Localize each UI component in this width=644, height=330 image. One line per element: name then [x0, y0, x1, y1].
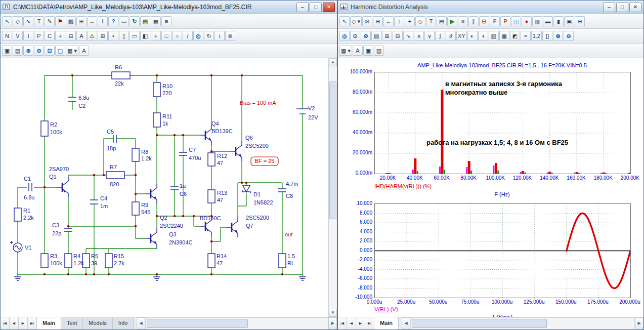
- derivative-button[interactable]: ∂: [446, 31, 456, 41]
- print-preview-button[interactable]: ▤: [371, 31, 381, 41]
- chart-frame-button[interactable]: ◧: [140, 31, 150, 41]
- toolbar-options-button[interactable]: ≡: [161, 16, 171, 26]
- numeric-output-button[interactable]: ▥: [532, 16, 542, 26]
- breakpoint-button[interactable]: ●: [522, 16, 532, 26]
- zoom-auto-button[interactable]: ◎: [339, 31, 350, 41]
- watch-window-button[interactable]: ◫: [511, 16, 521, 26]
- tile-vertical-button[interactable]: ▮: [553, 16, 564, 26]
- stop-analysis-button[interactable]: ■: [458, 16, 468, 26]
- vertical-scrollbar[interactable]: ▲ ▼: [328, 58, 337, 317]
- properties-button[interactable]: ▤: [437, 16, 447, 26]
- tab-models[interactable]: Models: [83, 317, 112, 329]
- histogram-button[interactable]: ▥: [489, 31, 499, 41]
- titlebar[interactable]: C:\MC11\DATA\Petrov\AMP_Like_Melodiya-10…: [1, 1, 337, 14]
- capacitor-C5[interactable]: [113, 135, 116, 143]
- horizontal-scroll-track[interactable]: [410, 317, 635, 329]
- accumulate-plots-button[interactable]: ≈: [521, 31, 531, 41]
- grid-spacing-dropdown-button[interactable]: ▦ ▾: [339, 46, 352, 56]
- pan-mode-button[interactable]: ↕: [394, 16, 404, 26]
- tile-horizontal-button[interactable]: ▬: [543, 16, 553, 26]
- integral-button[interactable]: ∫: [435, 31, 445, 41]
- numeric-format-button[interactable]: 1.2: [531, 31, 542, 41]
- camera-capture-button[interactable]: ▢: [55, 46, 65, 56]
- cursor-brackets-button[interactable]: []: [542, 31, 552, 41]
- polar-plot-button[interactable]: ◐: [467, 31, 478, 41]
- resistor-R2[interactable]: [41, 121, 48, 136]
- point-to-end-paths-button[interactable]: ▭: [119, 16, 129, 26]
- first-page-button[interactable]: |◀: [338, 317, 347, 329]
- info-circle-button[interactable]: i: [214, 31, 225, 41]
- capacitor-C6[interactable]: [170, 187, 179, 190]
- refresh-models-button[interactable]: ↻: [130, 16, 140, 26]
- transistor-Q3[interactable]: [146, 228, 157, 249]
- node-numbers-button[interactable]: N: [2, 31, 12, 41]
- wire-mode-button[interactable]: ∿: [23, 16, 33, 26]
- graphics-dropdown-button[interactable]: ◇ ▾: [350, 16, 362, 26]
- lower-envelope-button[interactable]: ∨: [424, 31, 435, 41]
- ground-symbol[interactable]: [153, 277, 160, 280]
- smith-chart-button[interactable]: ◑: [478, 31, 488, 41]
- capacitor-C4[interactable]: [90, 200, 98, 204]
- zoom-restore-button[interactable]: ⊘: [361, 31, 371, 41]
- analysis-plot-area[interactable]: AMP_Like-Melodiya-103mod_BF25.CIR RL=1.5…: [338, 58, 643, 317]
- select-mode-button[interactable]: ↖: [339, 16, 350, 26]
- resistor-RL[interactable]: [279, 254, 286, 268]
- xy-plot-button[interactable]: XY: [456, 31, 467, 41]
- help-mode-button[interactable]: ?: [108, 16, 118, 26]
- last-page-button[interactable]: ▶|: [365, 317, 374, 329]
- log-y-axis-button[interactable]: ⊟: [393, 31, 403, 41]
- transistor-Q7[interactable]: [227, 217, 238, 237]
- transistor-Q1[interactable]: [57, 177, 68, 197]
- tab-main[interactable]: Main: [374, 317, 399, 329]
- component-mode-button[interactable]: ◇: [13, 16, 23, 26]
- fft-transform-button[interactable]: ∿: [403, 31, 413, 41]
- tab-text[interactable]: Text: [61, 317, 83, 329]
- maximize-button[interactable]: □: [310, 3, 322, 12]
- scroll-right-button[interactable]: ▶: [328, 317, 337, 329]
- scroll-left-button[interactable]: ◀: [137, 317, 145, 329]
- find-next-button[interactable]: ↻: [204, 31, 214, 41]
- capacitor-C1[interactable]: [29, 183, 32, 191]
- overlay-plots-button[interactable]: ▣: [564, 16, 574, 26]
- resistor-R3[interactable]: [41, 254, 48, 268]
- select-mode-button[interactable]: ↖: [2, 16, 12, 26]
- device-conditions-button[interactable]: C: [45, 31, 55, 41]
- next-page-button[interactable]: ▶: [19, 317, 28, 329]
- scale-mode-button[interactable]: ↔: [383, 16, 394, 26]
- resistor-R8[interactable]: [132, 148, 139, 161]
- warning-annotation-button[interactable]: ⚠: [87, 31, 97, 41]
- scale-mode-button[interactable]: ⊞: [76, 16, 87, 26]
- paste-plot-button[interactable]: ▤: [374, 46, 384, 56]
- line-tool-button[interactable]: /: [183, 31, 193, 41]
- resistor-R10[interactable]: [153, 82, 160, 97]
- zoom-in-button[interactable]: ⊕: [553, 31, 563, 41]
- font-select-button[interactable]: A: [353, 46, 363, 56]
- last-page-button[interactable]: ▶|: [28, 317, 37, 329]
- branch-currents-button[interactable]: I: [23, 31, 33, 41]
- scroll-left-button[interactable]: ◀: [402, 317, 410, 329]
- graphics-mode-button[interactable]: ✎: [45, 16, 55, 26]
- trace-expression-vrl[interactable]: V(RL) (V): [374, 306, 398, 312]
- grid-text-button[interactable]: ⊟: [66, 31, 76, 41]
- attribute-text-button[interactable]: A: [76, 31, 87, 41]
- pin-markers-button[interactable]: +: [55, 31, 65, 41]
- resistor-R15[interactable]: [105, 254, 112, 268]
- tab-main[interactable]: Main: [37, 317, 61, 329]
- prev-page-button[interactable]: ◀: [347, 317, 356, 329]
- search-button[interactable]: ◎: [193, 31, 203, 41]
- horizontal-scroll-thumb[interactable]: [147, 319, 248, 328]
- text-mode-button[interactable]: T: [426, 16, 436, 26]
- crosshair-cursor-button[interactable]: +: [151, 31, 161, 41]
- transistor-Q6[interactable]: [231, 141, 242, 161]
- close-button[interactable]: ✕: [629, 3, 641, 12]
- page-frame-button[interactable]: ▯: [119, 31, 129, 41]
- ground-symbol[interactable]: [14, 277, 21, 280]
- close-circle-button[interactable]: ⊗: [225, 31, 235, 41]
- capacitor-C7[interactable]: [179, 152, 187, 155]
- picture-file-button[interactable]: ▨: [66, 16, 76, 26]
- ground-symbol[interactable]: [299, 277, 306, 280]
- paste-page-button[interactable]: ▤: [13, 46, 23, 56]
- trace-expression-ihd[interactable]: IHD(HARM(v(RL))) (%): [374, 183, 432, 189]
- select-region-button[interactable]: ⊠: [362, 16, 372, 26]
- info-mode-button[interactable]: i: [98, 16, 108, 26]
